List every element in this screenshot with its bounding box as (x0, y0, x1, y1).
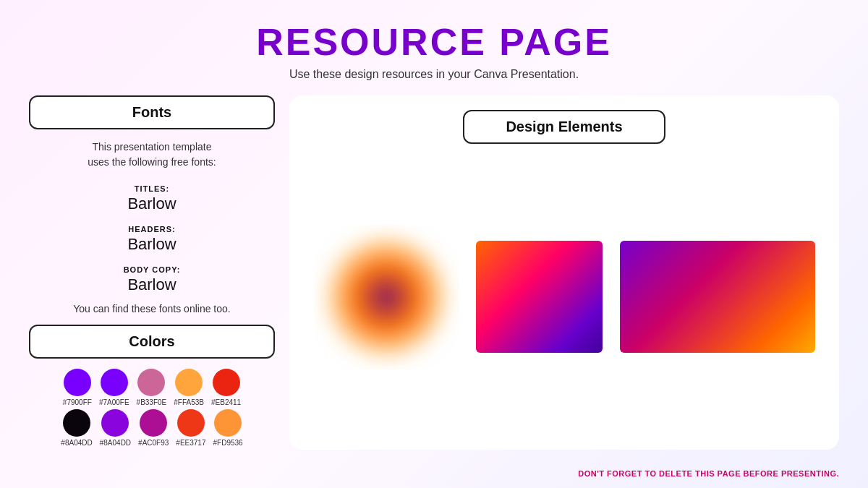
color-item: #8A04DD (100, 409, 131, 447)
color-hex: #EB2411 (211, 398, 241, 406)
page-header: RESOURCE PAGE Use these design resources… (0, 0, 868, 88)
find-fonts-text: You can find these fonts online too. (29, 303, 275, 314)
headers-font-entry: HEADERS: Barlow (29, 222, 275, 254)
color-circle (63, 409, 90, 437)
gradient-rect-2 (620, 241, 815, 353)
blob-element (314, 225, 459, 369)
fonts-description: This presentation templateuses the follo… (29, 140, 275, 170)
body-font-entry: BODY COPY: Barlow (29, 262, 275, 294)
fonts-section-header: Fonts (29, 95, 275, 129)
color-row-2: #8A04DD #8A04DD #AC0F93 #EE3717 #FD9536 (29, 409, 275, 447)
color-hex: #7A00FE (99, 398, 129, 406)
color-circle (177, 409, 205, 437)
colors-section-header: Colors (29, 325, 275, 359)
design-elements-content (304, 158, 825, 435)
color-hex: #7900FF (63, 398, 92, 406)
footer-note: DON'T FORGET TO DELETE THIS PAGE BEFORE … (578, 469, 839, 478)
right-panel: Design Elements (289, 95, 839, 450)
design-elements-header: Design Elements (463, 110, 665, 144)
color-hex: #AC0F93 (138, 439, 169, 447)
color-hex: #EE3717 (176, 439, 205, 447)
titles-label: TITLES: (135, 184, 170, 193)
color-circle (175, 369, 203, 396)
color-hex: #8A04DD (100, 439, 131, 447)
color-circle (101, 409, 129, 437)
page-title: RESOURCE PAGE (0, 20, 868, 64)
color-item: #8A04DD (61, 409, 92, 447)
body-font-name: Barlow (29, 275, 275, 294)
titles-font-name: Barlow (29, 194, 275, 213)
color-hex: #FD9536 (213, 439, 242, 447)
color-item: #FD9536 (213, 409, 242, 447)
color-item: #7A00FE (99, 369, 129, 406)
colors-section: Colors #7900FF #7A00FE #B33F0E #FFA53B (29, 325, 275, 447)
color-circle (214, 409, 242, 437)
color-circle (213, 369, 240, 396)
color-circle (64, 369, 91, 396)
color-hex: #FFA53B (174, 398, 204, 406)
color-row-1: #7900FF #7A00FE #B33F0E #FFA53B #EB2411 (29, 369, 275, 406)
color-hex: #B33F0E (137, 398, 167, 406)
color-item: #FFA53B (174, 369, 204, 406)
gradient-rect-1 (476, 241, 603, 353)
headers-font-name: Barlow (29, 235, 275, 254)
color-item: #EE3717 (176, 409, 205, 447)
svg-point-0 (323, 234, 450, 361)
color-hex: #8A04DD (61, 439, 92, 447)
color-item: #B33F0E (137, 369, 167, 406)
color-item: #EB2411 (211, 369, 241, 406)
color-circle (137, 369, 165, 396)
color-circle (140, 409, 167, 437)
titles-font-entry: TITLES: Barlow (29, 181, 275, 213)
color-item: #AC0F93 (138, 409, 169, 447)
color-circle (101, 369, 128, 396)
page-subtitle: Use these design resources in your Canva… (0, 68, 868, 81)
blob-svg (314, 225, 459, 369)
headers-label: HEADERS: (128, 225, 175, 234)
body-label: BODY COPY: (124, 265, 181, 274)
left-panel: Fonts This presentation templateuses the… (29, 95, 289, 450)
main-content: Fonts This presentation templateuses the… (0, 95, 868, 450)
color-item: #7900FF (63, 369, 92, 406)
